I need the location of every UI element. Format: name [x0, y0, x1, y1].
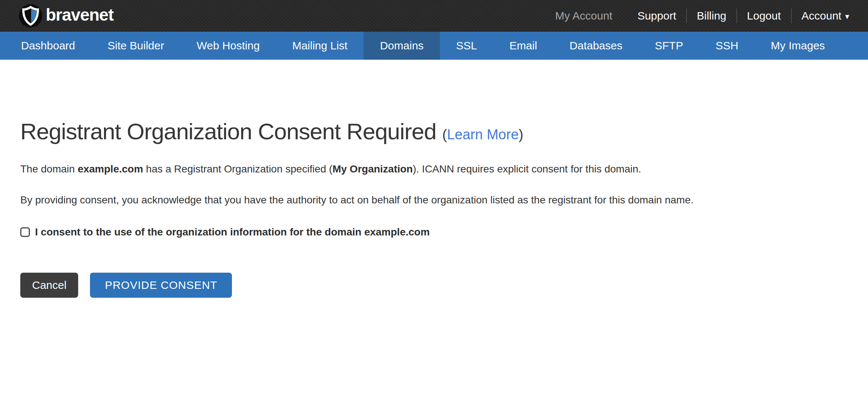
logo-wordmark: bravenet: [46, 6, 114, 25]
consent-row: I consent to the use of the organization…: [20, 226, 848, 238]
menu-item-account-dropdown[interactable]: Account ▾: [791, 8, 859, 23]
open-paren: (: [442, 127, 447, 142]
cancel-button[interactable]: Cancel: [20, 273, 78, 298]
nav-item-mailing-list[interactable]: Mailing List: [276, 32, 364, 60]
consent-label[interactable]: I consent to the use of the organization…: [35, 226, 430, 238]
learn-more-link[interactable]: Learn More: [447, 127, 518, 142]
learn-more-wrap: (Learn More): [442, 127, 524, 142]
nav-item-email[interactable]: Email: [493, 32, 553, 60]
account-menu: My Account Support Billing Logout Accoun…: [545, 0, 859, 32]
menu-item-billing[interactable]: Billing: [686, 8, 736, 23]
nav-item-sftp[interactable]: SFTP: [639, 32, 699, 60]
main-nav: Dashboard Site Builder Web Hosting Maili…: [0, 32, 868, 60]
menu-item-support[interactable]: Support: [628, 8, 686, 23]
authority-paragraph: By providing consent, you acknowledge th…: [20, 193, 848, 207]
paragraph1-seg3: ). ICANN requires explicit consent for t…: [413, 163, 641, 175]
page-title-text: Registrant Organization Consent Required: [20, 119, 436, 144]
nav-item-ssh[interactable]: SSH: [699, 32, 755, 60]
consent-checkbox[interactable]: [20, 227, 30, 237]
nav-item-site-builder[interactable]: Site Builder: [91, 32, 180, 60]
paragraph1-seg1: The domain: [20, 163, 78, 175]
page-title: Registrant Organization Consent Required…: [20, 118, 848, 145]
nav-item-web-hosting[interactable]: Web Hosting: [180, 32, 276, 60]
nav-item-my-images[interactable]: My Images: [754, 32, 841, 60]
menu-item-account-label: Account: [802, 10, 841, 22]
close-paren: ): [519, 127, 524, 142]
chevron-down-icon: ▾: [845, 12, 849, 21]
top-bar: bravenet My Account Support Billing Logo…: [0, 0, 868, 32]
action-buttons: Cancel PROVIDE CONSENT: [20, 273, 848, 298]
nav-item-domains[interactable]: Domains: [364, 32, 440, 60]
paragraph1-seg2: has a Registrant Organization specified …: [143, 163, 333, 175]
domain-name: example.com: [78, 163, 143, 175]
organization-name: My Organization: [333, 163, 413, 175]
domain-info-paragraph: The domain example.com has a Registrant …: [20, 162, 848, 176]
nav-item-databases[interactable]: Databases: [553, 32, 639, 60]
bravenet-logo[interactable]: bravenet: [18, 4, 114, 28]
provide-consent-button[interactable]: PROVIDE CONSENT: [90, 273, 232, 298]
nav-item-dashboard[interactable]: Dashboard: [5, 32, 91, 60]
menu-item-logout[interactable]: Logout: [736, 8, 791, 23]
main-content: Registrant Organization Consent Required…: [0, 60, 868, 298]
nav-item-ssl[interactable]: SSL: [440, 32, 493, 60]
bravenet-shield-icon: [18, 4, 43, 28]
menu-item-my-account[interactable]: My Account: [545, 8, 622, 23]
